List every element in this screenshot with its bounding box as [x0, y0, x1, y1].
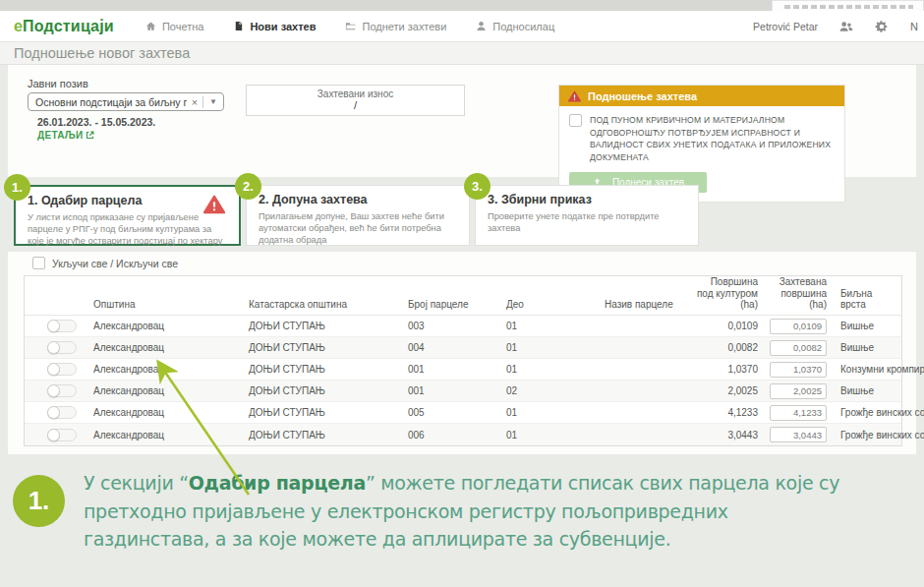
cell-municipality: Александровац: [86, 364, 241, 375]
public-call-select[interactable]: Основни подстицаји за биљну производњу ×…: [28, 92, 224, 111]
nav-item-home[interactable]: Почетна: [145, 21, 204, 32]
step-3-description: Проверите унете податке пре потврдите за…: [488, 210, 686, 234]
toggle-knob: [47, 384, 60, 397]
cell-area-under-culture: 3,0443: [685, 430, 764, 440]
cell-area-under-culture: 0,0109: [685, 321, 764, 331]
page-title: Подношење новог захтева: [14, 45, 190, 61]
navbar: еПодстицаји Почетна Нови захтев Поднети …: [0, 11, 924, 42]
requested-area-input[interactable]: [770, 340, 827, 356]
parcel-toggle[interactable]: [47, 384, 77, 397]
table-row: Александровац ДОЊИ СТУПАЊ 004 01 0,0082 …: [25, 337, 901, 359]
column-header-requested-area: Захтевана површина (ha): [764, 276, 833, 311]
main-nav: Почетна Нови захтев Поднети захтеви Подн…: [145, 21, 554, 32]
disclaimer-checkbox[interactable]: [569, 114, 582, 127]
user-icon: [476, 21, 487, 31]
details-link[interactable]: ДЕТАЉИ: [37, 130, 94, 141]
table-row: Александровац ДОЊИ СТУПАЊ 001 01 1,0370 …: [25, 359, 901, 381]
parcel-toggle[interactable]: [47, 341, 77, 354]
column-header-parcel-no: Број парцеле: [400, 299, 498, 311]
cell-part: 02: [498, 385, 597, 396]
table-row: Александровац ДОЊИ СТУПАЊ 003 01 0,0109 …: [25, 316, 901, 337]
parcel-toggle[interactable]: [47, 429, 77, 441]
step-card-request-supplement: 2. 2. Допуна захтева Прилагањем допуне, …: [246, 185, 470, 246]
cell-part: 01: [498, 407, 597, 418]
cell-part: 01: [498, 321, 597, 331]
cutoff-tooltip-text: [784, 5, 913, 9]
app-window: еПодстицаји Почетна Нови захтев Поднети …: [0, 0, 924, 587]
column-header-parcel-name: Назив парцеле: [597, 299, 685, 311]
column-header-municipality: Општина: [86, 299, 241, 311]
toggle-knob: [47, 363, 60, 376]
cell-parcel-no: 001: [400, 385, 498, 396]
table-row: Александровац ДОЊИ СТУПАЊ 001 02 2,0025 …: [25, 381, 901, 402]
requested-amount-box: Захтевани износ /: [246, 85, 465, 116]
step-card-summary: 3. 3. Збирни приказ Проверите унете пода…: [475, 185, 699, 246]
clear-selection-icon[interactable]: ×: [187, 96, 203, 108]
parcel-toggle[interactable]: [47, 320, 77, 332]
cell-plant-type: Вишње: [833, 342, 901, 353]
nav-item-new-request[interactable]: Нови захтев: [233, 21, 316, 32]
cell-part: 01: [498, 342, 597, 353]
cell-municipality: Александровац: [86, 321, 241, 331]
toggle-all-checkbox[interactable]: [32, 257, 45, 269]
step-2-title: 2. Допуна захтева: [259, 193, 457, 206]
submission-panel-header: Подношење захтева: [559, 86, 844, 106]
cell-plant-type: Вишње: [833, 321, 901, 331]
external-link-icon: [86, 131, 94, 140]
cell-area-under-culture: 1,0370: [685, 364, 764, 375]
cell-cadastral: ДОЊИ СТУПАЊ: [241, 342, 400, 353]
cell-cadastral: ДОЊИ СТУПАЊ: [241, 385, 400, 396]
public-call-selected-value: Основни подстицаји за биљну производњу: [35, 96, 187, 108]
step-2-badge: 2.: [235, 173, 261, 200]
parcel-toggle[interactable]: [47, 363, 77, 376]
toggle-knob: [47, 320, 60, 332]
parcels-table: Општина Катастарска општина Број парцеле…: [24, 275, 902, 446]
requested-area-input[interactable]: [770, 383, 827, 399]
disclaimer-text: ПОД ПУНОМ КРИВИЧНОМ И МАТЕРИЈАЛНОМ ОДГОВ…: [590, 114, 835, 163]
step-2-description: Прилагањем допуне, Ваш захтев неће бити …: [259, 210, 457, 246]
cell-part: 01: [498, 364, 597, 375]
cell-cadastral: ДОЊИ СТУПАЊ: [241, 321, 400, 331]
submission-panel-title: Подношење захтева: [588, 90, 697, 102]
cell-municipality: Александровац: [86, 385, 241, 396]
cell-plant-type: Вишње: [833, 385, 901, 396]
cell-cadastral: ДОЊИ СТУПАЊ: [241, 430, 400, 440]
nav-item-applicant[interactable]: Подносилац: [476, 21, 554, 32]
requested-area-input[interactable]: [770, 427, 827, 442]
toggle-knob: [47, 406, 60, 419]
users-icon[interactable]: [839, 20, 853, 33]
toggle-knob: [47, 341, 60, 354]
table-header-row: Општина Катастарска општина Број парцеле…: [25, 276, 901, 316]
app-logo[interactable]: еПодстицаји: [14, 18, 114, 35]
cell-parcel-no: 003: [400, 321, 498, 331]
parcel-table-body: Александровац ДОЊИ СТУПАЊ 003 01 0,0109 …: [25, 316, 901, 445]
nav-item-submitted-requests[interactable]: Поднети захтеви: [345, 21, 446, 32]
chevron-down-icon[interactable]: ▼: [203, 97, 219, 106]
steps-row: 1. 1. Одабир парцела У листи испод прика…: [14, 185, 699, 246]
column-header-part: Део: [498, 299, 597, 311]
cell-parcel-no: 004: [400, 342, 498, 353]
parcel-toggle[interactable]: [47, 406, 77, 419]
folder-icon: [345, 21, 356, 31]
requested-area-input[interactable]: [770, 319, 827, 334]
annotation-highlight: Одабир парцела: [189, 472, 366, 494]
column-header-cadastral: Катастарска општина: [241, 299, 400, 311]
cell-plant-type: Грожђе винских сорти: [833, 407, 924, 418]
public-call-label: Јавни позив: [28, 78, 88, 89]
parcels-section: Укључи све / Искључи све Општина Катаста…: [8, 252, 916, 454]
requested-area-input[interactable]: [770, 362, 827, 378]
cell-parcel-no: 006: [400, 430, 498, 440]
cell-municipality: Александровац: [86, 430, 241, 440]
requested-amount-label: Захтевани износ: [247, 88, 464, 99]
edge-cutoff-text: N: [910, 21, 918, 32]
requested-area-input[interactable]: [770, 405, 827, 421]
gear-icon[interactable]: [875, 20, 889, 33]
annotation-text: У секцији “Одабир парцела” можете поглед…: [84, 469, 852, 554]
annotation-step-badge: 1.: [13, 475, 65, 527]
home-icon: [145, 21, 156, 31]
column-header-plant-type: Биљна врста: [833, 288, 901, 311]
requested-amount-value: /: [247, 99, 464, 111]
step-warning-icon: [203, 195, 225, 214]
cell-parcel-no: 001: [400, 364, 498, 375]
cell-area-under-culture: 2,0025: [685, 385, 764, 396]
